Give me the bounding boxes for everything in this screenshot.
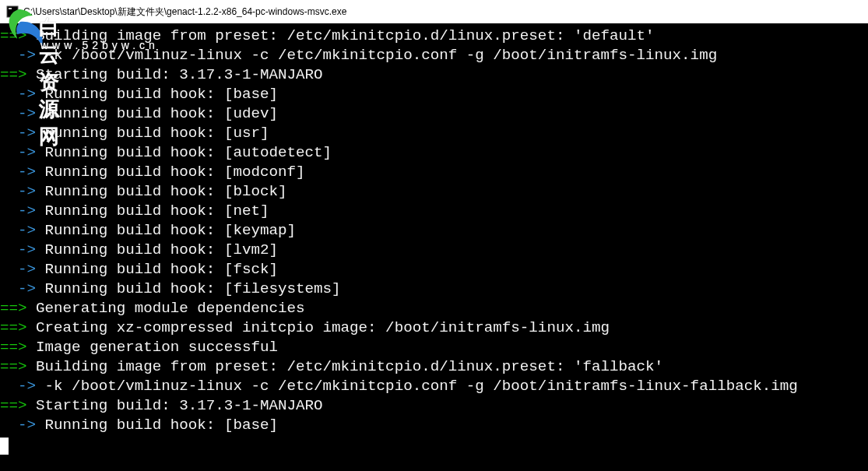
- line-hook-net: -> Running build hook: [net]: [0, 202, 868, 221]
- line-hook-filesystems: -> Running build hook: [filesystems]: [0, 279, 868, 299]
- line-hook-fsck: -> Running build hook: [fsck]: [0, 260, 868, 279]
- line-hook-keymap: -> Running build hook: [keymap]: [0, 221, 868, 241]
- terminal-output[interactable]: ==> Building image from preset: /etc/mki…: [0, 23, 868, 455]
- console-window: C:\Users\star\Desktop\新建文件夹\genact-1.2.2…: [0, 0, 868, 471]
- line-hook-block: -> Running build hook: [block]: [0, 182, 868, 202]
- line-hook-usr: -> Running build hook: [usr]: [0, 124, 868, 143]
- app-icon: [6, 5, 19, 18]
- line-kline-default: -> -k /boot/vmlinuz-linux -c /etc/mkinit…: [0, 46, 868, 65]
- cursor-line: [0, 435, 868, 455]
- line-hook-autodetect: -> Running build hook: [autodetect]: [0, 143, 868, 163]
- line-starting-build-2: ==> Starting build: 3.17.3-1-MANJARO: [0, 396, 868, 416]
- line-hook-udev: -> Running build hook: [udev]: [0, 104, 868, 124]
- svg-rect-1: [9, 8, 12, 9]
- line-gen-deps: ==> Generating module dependencies: [0, 299, 868, 318]
- window-titlebar[interactable]: C:\Users\star\Desktop\新建文件夹\genact-1.2.2…: [0, 0, 868, 23]
- line-create-img: ==> Creating xz-compressed initcpio imag…: [0, 318, 868, 338]
- line-starting-build: ==> Starting build: 3.17.3-1-MANJARO: [0, 65, 868, 85]
- window-title: C:\Users\star\Desktop\新建文件夹\genact-1.2.2…: [23, 5, 346, 19]
- line-kline-fallback: -> -k /boot/vmlinuz-linux -c /etc/mkinit…: [0, 377, 868, 396]
- cursor: [0, 438, 9, 455]
- line-hook-modconf: -> Running build hook: [modconf]: [0, 163, 868, 182]
- line-hook-lvm2: -> Running build hook: [lvm2]: [0, 241, 868, 260]
- line-hook2-base: -> Running build hook: [base]: [0, 416, 868, 435]
- line-build-default: ==> Building image from preset: /etc/mki…: [0, 26, 868, 46]
- line-hook-base: -> Running build hook: [base]: [0, 85, 868, 104]
- line-build-fallback: ==> Building image from preset: /etc/mki…: [0, 357, 868, 377]
- line-img-success: ==> Image generation successful: [0, 338, 868, 357]
